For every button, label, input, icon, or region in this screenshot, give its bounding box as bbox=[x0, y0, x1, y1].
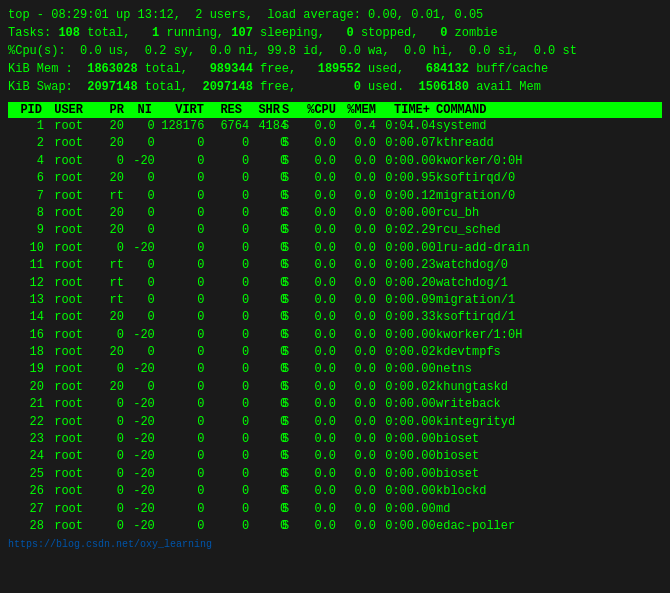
cell-pid: 14 bbox=[8, 309, 46, 326]
cell-virt: 0 bbox=[154, 466, 206, 483]
cell-res: 0 bbox=[206, 257, 244, 274]
table-row[interactable]: 27 root 0 -20 0 0 0 S 0.0 0.0 0:00.00 md bbox=[8, 501, 662, 518]
cell-mem: 0.0 bbox=[338, 361, 378, 378]
cell-cpu: 0.0 bbox=[298, 135, 338, 152]
cell-shr: 0 bbox=[244, 396, 282, 413]
cell-pid: 16 bbox=[8, 327, 46, 344]
cell-ni: -20 bbox=[126, 431, 154, 448]
table-row[interactable]: 24 root 0 -20 0 0 0 S 0.0 0.0 0:00.00 bi… bbox=[8, 448, 662, 465]
cell-mem: 0.0 bbox=[338, 483, 378, 500]
table-row[interactable]: 25 root 0 -20 0 0 0 S 0.0 0.0 0:00.00 bi… bbox=[8, 466, 662, 483]
col-header-s: S bbox=[282, 103, 298, 117]
cell-s: S bbox=[282, 188, 298, 205]
cell-pr: 0 bbox=[98, 518, 126, 535]
cell-time: 0:00.23 bbox=[378, 257, 434, 274]
cell-shr: 0 bbox=[244, 414, 282, 431]
cell-s: S bbox=[282, 170, 298, 187]
cell-cpu: 0.0 bbox=[298, 501, 338, 518]
table-row[interactable]: 7 root rt 0 0 0 0 S 0.0 0.0 0:00.12 migr… bbox=[8, 188, 662, 205]
cell-pr: 0 bbox=[98, 361, 126, 378]
table-row[interactable]: 23 root 0 -20 0 0 0 S 0.0 0.0 0:00.00 bi… bbox=[8, 431, 662, 448]
cell-mem: 0.0 bbox=[338, 448, 378, 465]
cell-cpu: 0.0 bbox=[298, 292, 338, 309]
col-header-cpu: %CPU bbox=[298, 103, 338, 117]
cell-cpu: 0.0 bbox=[298, 170, 338, 187]
cell-pr: 0 bbox=[98, 501, 126, 518]
cell-virt: 0 bbox=[154, 361, 206, 378]
cell-time: 0:00.00 bbox=[378, 153, 434, 170]
cell-virt: 0 bbox=[154, 414, 206, 431]
cell-time: 0:00.00 bbox=[378, 361, 434, 378]
cell-s: S bbox=[282, 466, 298, 483]
cell-mem: 0.0 bbox=[338, 414, 378, 431]
cell-pid: 18 bbox=[8, 344, 46, 361]
table-row[interactable]: 19 root 0 -20 0 0 0 S 0.0 0.0 0:00.00 ne… bbox=[8, 361, 662, 378]
table-row[interactable]: 26 root 0 -20 0 0 0 S 0.0 0.0 0:00.00 kb… bbox=[8, 483, 662, 500]
cell-user: root bbox=[46, 275, 98, 292]
table-row[interactable]: 2 root 20 0 0 0 0 S 0.0 0.0 0:00.07 kthr… bbox=[8, 135, 662, 152]
process-rows: 1 root 20 0 128176 6764 4184 S 0.0 0.4 0… bbox=[8, 118, 662, 535]
table-row[interactable]: 8 root 20 0 0 0 0 S 0.0 0.0 0:00.00 rcu_… bbox=[8, 205, 662, 222]
cell-cmd: kblockd bbox=[434, 483, 662, 500]
cell-pid: 7 bbox=[8, 188, 46, 205]
table-row[interactable]: 21 root 0 -20 0 0 0 S 0.0 0.0 0:00.00 wr… bbox=[8, 396, 662, 413]
table-row[interactable]: 14 root 20 0 0 0 0 S 0.0 0.0 0:00.33 kso… bbox=[8, 309, 662, 326]
table-row[interactable]: 9 root 20 0 0 0 0 S 0.0 0.0 0:02.29 rcu_… bbox=[8, 222, 662, 239]
cell-ni: -20 bbox=[126, 414, 154, 431]
table-row[interactable]: 13 root rt 0 0 0 0 S 0.0 0.0 0:00.09 mig… bbox=[8, 292, 662, 309]
cell-user: root bbox=[46, 414, 98, 431]
cell-ni: -20 bbox=[126, 448, 154, 465]
cell-user: root bbox=[46, 448, 98, 465]
cell-pr: 0 bbox=[98, 153, 126, 170]
cell-ni: 0 bbox=[126, 257, 154, 274]
cell-res: 0 bbox=[206, 135, 244, 152]
cell-cpu: 0.0 bbox=[298, 466, 338, 483]
cell-user: root bbox=[46, 170, 98, 187]
cell-shr: 0 bbox=[244, 309, 282, 326]
table-row[interactable]: 12 root rt 0 0 0 0 S 0.0 0.0 0:00.20 wat… bbox=[8, 275, 662, 292]
swap-used: 0 bbox=[354, 80, 361, 94]
cell-time: 0:00.00 bbox=[378, 431, 434, 448]
table-row[interactable]: 20 root 20 0 0 0 0 S 0.0 0.0 0:00.02 khu… bbox=[8, 379, 662, 396]
cell-mem: 0.0 bbox=[338, 292, 378, 309]
cell-res: 0 bbox=[206, 379, 244, 396]
cell-cpu: 0.0 bbox=[298, 344, 338, 361]
cell-res: 0 bbox=[206, 205, 244, 222]
cell-time: 0:00.00 bbox=[378, 483, 434, 500]
cell-shr: 0 bbox=[244, 466, 282, 483]
cell-mem: 0.0 bbox=[338, 222, 378, 239]
cell-cmd: kdevtmpfs bbox=[434, 344, 662, 361]
table-row[interactable]: 4 root 0 -20 0 0 0 S 0.0 0.0 0:00.00 kwo… bbox=[8, 153, 662, 170]
cell-res: 0 bbox=[206, 170, 244, 187]
cell-mem: 0.0 bbox=[338, 344, 378, 361]
table-row[interactable]: 10 root 0 -20 0 0 0 S 0.0 0.0 0:00.00 lr… bbox=[8, 240, 662, 257]
cell-user: root bbox=[46, 257, 98, 274]
table-row[interactable]: 11 root rt 0 0 0 0 S 0.0 0.0 0:00.23 wat… bbox=[8, 257, 662, 274]
cell-user: root bbox=[46, 431, 98, 448]
cell-user: root bbox=[46, 222, 98, 239]
process-table: PID USER PR NI VIRT RES SHR S %CPU %MEM … bbox=[8, 102, 662, 535]
cell-pid: 2 bbox=[8, 135, 46, 152]
table-row[interactable]: 18 root 20 0 0 0 0 S 0.0 0.0 0:00.02 kde… bbox=[8, 344, 662, 361]
cell-mem: 0.0 bbox=[338, 518, 378, 535]
cell-res: 0 bbox=[206, 344, 244, 361]
table-row[interactable]: 22 root 0 -20 0 0 0 S 0.0 0.0 0:00.00 ki… bbox=[8, 414, 662, 431]
table-row[interactable]: 1 root 20 0 128176 6764 4184 S 0.0 0.4 0… bbox=[8, 118, 662, 135]
cell-mem: 0.0 bbox=[338, 153, 378, 170]
table-row[interactable]: 16 root 0 -20 0 0 0 S 0.0 0.0 0:00.00 kw… bbox=[8, 327, 662, 344]
table-header: PID USER PR NI VIRT RES SHR S %CPU %MEM … bbox=[8, 102, 662, 118]
cell-time: 0:02.29 bbox=[378, 222, 434, 239]
cell-ni: 0 bbox=[126, 309, 154, 326]
cell-pid: 4 bbox=[8, 153, 46, 170]
col-header-user: USER bbox=[46, 103, 98, 117]
cell-cmd: kworker/0:0H bbox=[434, 153, 662, 170]
cell-time: 0:00.02 bbox=[378, 344, 434, 361]
table-row[interactable]: 6 root 20 0 0 0 0 S 0.0 0.0 0:00.95 ksof… bbox=[8, 170, 662, 187]
cell-pid: 22 bbox=[8, 414, 46, 431]
cell-shr: 0 bbox=[244, 205, 282, 222]
cell-cmd: watchdog/1 bbox=[434, 275, 662, 292]
cell-time: 0:00.00 bbox=[378, 327, 434, 344]
cell-ni: -20 bbox=[126, 153, 154, 170]
cell-cpu: 0.0 bbox=[298, 396, 338, 413]
table-row[interactable]: 28 root 0 -20 0 0 0 S 0.0 0.0 0:00.00 ed… bbox=[8, 518, 662, 535]
